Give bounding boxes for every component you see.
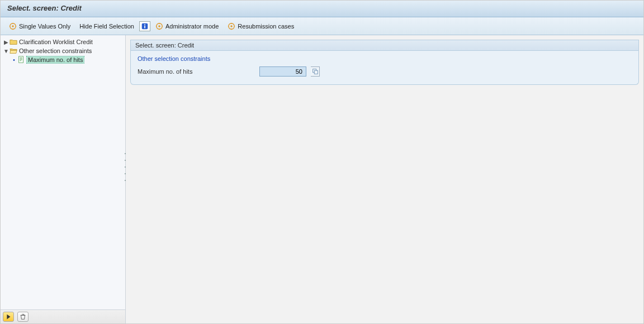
trash-icon bbox=[19, 313, 27, 321]
group-header: Select. screen: Credit bbox=[130, 40, 639, 51]
page-title: Select. screen: Credit bbox=[7, 4, 82, 12]
execute-icon bbox=[155, 22, 163, 30]
administrator-mode-button[interactable]: Administrator mode bbox=[151, 21, 222, 32]
tree-footer bbox=[1, 309, 125, 323]
expander-icon[interactable]: ▼ bbox=[3, 48, 10, 54]
resubmission-cases-button[interactable]: Resubmission cases bbox=[224, 21, 298, 32]
toolbar: Single Values Only Hide Field Selection … bbox=[1, 17, 643, 35]
tree-node-other-constraints[interactable]: ▼ Other selection constraints bbox=[3, 46, 125, 55]
form-row-max-hits: Maximum no. of hits bbox=[138, 66, 632, 77]
administrator-mode-label: Administrator mode bbox=[165, 23, 219, 30]
max-hits-input[interactable] bbox=[259, 66, 306, 77]
max-hits-label: Maximum no. of hits bbox=[138, 68, 255, 75]
tree-label: Other selection constraints bbox=[19, 47, 92, 54]
hide-field-selection-button[interactable]: Hide Field Selection bbox=[75, 21, 138, 31]
group-box: Other selection constraints Maximum no. … bbox=[130, 51, 639, 85]
folder-closed-icon bbox=[10, 38, 17, 46]
info-button[interactable] bbox=[139, 21, 150, 31]
resubmission-cases-label: Resubmission cases bbox=[238, 23, 294, 30]
folder-open-icon bbox=[10, 47, 17, 55]
hide-field-selection-label: Hide Field Selection bbox=[79, 23, 134, 30]
play-icon bbox=[4, 313, 12, 321]
tree-scroll[interactable]: ▶ Clarification Worklist Credit ▼ Other … bbox=[1, 35, 125, 309]
single-values-label: Single Values Only bbox=[19, 23, 70, 30]
tree-label: Maximum no. of hits bbox=[27, 56, 84, 63]
group-header-label: Select. screen: Credit bbox=[135, 42, 194, 49]
value-help-button[interactable] bbox=[311, 66, 320, 77]
tree-node-max-hits[interactable]: • Maximum no. of hits bbox=[3, 55, 125, 64]
document-icon bbox=[17, 56, 25, 64]
tree-label: Clarification Worklist Credit bbox=[19, 39, 93, 45]
svg-point-1 bbox=[12, 25, 14, 27]
tree-panel: ▶ Clarification Worklist Credit ▼ Other … bbox=[1, 35, 126, 323]
svg-point-6 bbox=[158, 25, 160, 27]
title-bar: Select. screen: Credit bbox=[1, 1, 643, 17]
group-title: Other selection constraints bbox=[138, 55, 632, 62]
svg-rect-4 bbox=[144, 26, 145, 28]
bullet-icon: • bbox=[11, 57, 17, 63]
main-panel: Select. screen: Credit Other selection c… bbox=[126, 35, 643, 323]
svg-rect-3 bbox=[144, 24, 145, 25]
execute-icon bbox=[228, 22, 235, 30]
splitter-handle[interactable] bbox=[123, 150, 127, 184]
single-values-button[interactable]: Single Values Only bbox=[5, 21, 74, 32]
tree-node-clarification[interactable]: ▶ Clarification Worklist Credit bbox=[3, 37, 125, 46]
search-help-icon bbox=[311, 68, 319, 75]
svg-rect-11 bbox=[314, 70, 318, 74]
play-button[interactable] bbox=[3, 312, 14, 322]
body: ▶ Clarification Worklist Credit ▼ Other … bbox=[1, 35, 643, 323]
info-icon bbox=[141, 22, 149, 30]
execute-icon bbox=[9, 22, 17, 30]
delete-button[interactable] bbox=[17, 312, 29, 322]
expander-icon[interactable]: ▶ bbox=[3, 39, 10, 45]
svg-point-8 bbox=[231, 25, 233, 27]
